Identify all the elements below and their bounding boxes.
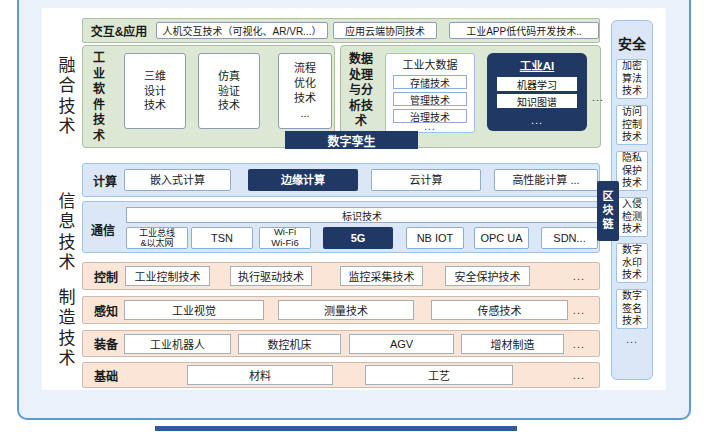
cnc-machine-box: 数控机床 [238,334,341,354]
process-optimization-box: 流程 优化 技术 ... [278,53,332,129]
data-analysis-more-ellipsis: ... [592,91,604,103]
communication-row: 通信 标识技术 工业总线 &以太网 TSN Wi-Fi Wi-Fi6 5G NB… [82,201,600,253]
side-label-manufacturing-tech: 制 造 技 术 [55,288,79,370]
digital-signature-box: 数字 签名 技术 [616,289,648,329]
sensing-more-ellipsis: ... [573,304,585,316]
5g-box: 5G [323,227,393,249]
control-row: 控制 工业控制技术 执行驱动技术 监控采集技术 安全保护技术 ... [82,262,600,290]
foundation-row: 基础 材料 工艺 ... [82,362,600,388]
equipment-row: 装备 工业机器人 数控机床 AGV 增材制造 ... [82,330,600,357]
side-label-information-tech: 信 息 技 术 [55,192,79,274]
bigdata-more-ellipsis: ... [386,123,474,131]
encryption-algorithm-box: 加密 算法 技术 [616,59,648,99]
interaction-application-row: 交互&应用 人机交互技术（可视化、AR/VR...） 应用云端协同技术 工业AP… [82,18,600,43]
side-label-fusion-tech: 融 合 技 术 [55,56,79,138]
storage-tech-box: 存储技术 [393,75,467,89]
materials-box: 材料 [187,365,333,385]
embedded-computing-box: 嵌入式计算 [124,169,231,191]
management-tech-box: 管理技术 [393,92,467,106]
security-title: 安全 [618,33,646,53]
architecture-diagram: 融 合 技 术 信 息 技 术 制 造 技 术 交互&应用 人机交互技术（可视化… [0,0,713,432]
craft-process-box: 工艺 [365,365,513,385]
equipment-more-ellipsis: ... [573,338,585,350]
industrial-ai-title: 工业AI [487,57,587,73]
control-more-ellipsis: ... [573,270,585,282]
interaction-row-label: 交互&应用 [87,22,151,39]
sdn-box: SDN... [541,227,598,249]
safety-protection-box: 安全保护技术 [445,266,530,286]
ai-more-ellipsis: ... [487,114,587,126]
industrial-bigdata-group: 工业大数据 存储技术 管理技术 治理技术 ... [385,53,475,133]
sensing-row-label: 感知 [88,302,124,319]
3d-design-box: 三维 设计 技术 [124,53,186,129]
computing-row: 计算 嵌入式计算 边缘计算 云计算 高性能计算 ... [82,163,600,197]
diagram-panel: 融 合 技 术 信 息 技 术 制 造 技 术 交互&应用 人机交互技术（可视化… [42,8,666,390]
knowledge-graph-box: 知识图谱 [497,94,577,108]
industrial-software-label: 工 业 软 件 技 术 [91,51,107,147]
blockchain-tag: 区 块 链 [597,181,619,241]
opcua-box: OPC UA [474,227,529,249]
industrial-robot-box: 工业机器人 [124,334,231,354]
digital-twin-bar: 数字孪生 [285,131,418,149]
equipment-row-label: 装备 [88,335,124,352]
intrusion-detection-box: 入侵 检测 技术 [616,197,648,237]
wifi-box: Wi-Fi Wi-Fi6 [259,227,311,249]
hmi-tech-box: 人机交互技术（可视化、AR/VR...） [156,22,328,39]
foundation-row-label: 基础 [88,367,124,384]
nbiot-box: NB IOT [406,227,464,249]
fieldbus-ethernet-box: 工业总线 &以太网 [126,227,188,249]
computing-row-label: 计算 [87,172,123,189]
identifier-tech-band: 标识技术 [126,207,598,223]
actuation-drive-box: 执行驱动技术 [230,266,312,286]
foundation-more-ellipsis: ... [573,369,585,381]
industrial-app-lowcode-box: 工业APP低代码开发技术.. [449,22,599,39]
communication-row-label: 通信 [91,221,115,238]
privacy-protection-box: 隐私 保护 技术 [616,151,648,191]
measurement-tech-box: 测量技术 [278,300,414,320]
agv-box: AGV [349,334,454,354]
hpc-box: 高性能计算 ... [494,169,598,191]
control-row-label: 控制 [88,268,124,285]
edge-computing-box: 边缘计算 [248,169,358,191]
simulation-verification-box: 仿真 验证 技术 [198,53,260,129]
industrial-vision-box: 工业视觉 [124,300,264,320]
cloud-computing-box: 云计算 [371,169,481,191]
sensor-tech-box: 传感技术 [431,300,568,320]
machine-learning-box: 机器学习 [497,77,577,91]
tsn-box: TSN [191,227,253,249]
sensing-row: 感知 工业视觉 测量技术 传感技术 ... [82,296,600,324]
security-more-ellipsis: ... [626,333,638,345]
cloud-collaboration-box: 应用云端协同技术 [333,22,437,39]
industrial-ai-group: 工业AI 机器学习 知识图谱 ... [487,53,587,131]
monitoring-acquisition-box: 监控采集技术 [340,266,423,286]
access-control-box: 访问 控制 技术 [616,105,648,145]
industrial-bigdata-title: 工业大数据 [386,56,474,72]
industrial-control-box: 工业控制技术 [125,266,210,286]
digital-watermark-box: 数字 水印 技术 [616,243,648,283]
additive-manufacturing-box: 增材制造 [461,334,564,354]
bottom-accent-bar [155,426,517,431]
